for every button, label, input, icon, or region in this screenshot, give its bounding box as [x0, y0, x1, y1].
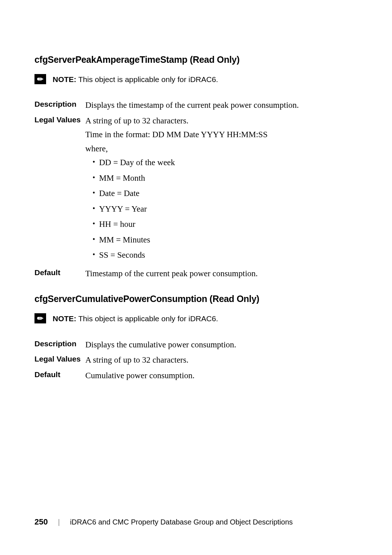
section1-default-row: Default Timestamp of the current peak po…: [34, 268, 358, 283]
section1-legalvalues-row: Legal Values A string of up to 32 charac…: [34, 115, 358, 268]
note-text: NOTE: This object is applicable only for…: [53, 74, 218, 85]
section2-default-row: Default Cumulative power consumption.: [34, 370, 358, 385]
section1-description-row: Description Displays the timestamp of th…: [34, 99, 358, 115]
legalvalues-value: A string of up to 32 characters. Time in…: [85, 115, 358, 268]
section2-note: ✎ NOTE: This object is applicable only f…: [34, 313, 358, 324]
default-value: Cumulative power consumption.: [85, 370, 358, 385]
note-body: This object is applicable only for iDRAC…: [76, 75, 218, 83]
note-label: NOTE:: [53, 314, 76, 323]
page-number: 250: [34, 517, 48, 527]
section2-table: Description Displays the cumulative powe…: [34, 339, 358, 385]
legalvalues-line1: A string of up to 32 characters.: [85, 115, 358, 127]
list-item: MM = Minutes: [93, 234, 358, 246]
legalvalues-label: Legal Values: [34, 115, 85, 268]
default-label: Default: [34, 268, 85, 283]
list-item: MM = Month: [93, 172, 358, 185]
list-item: DD = Day of the week: [93, 156, 358, 169]
page-footer: 250 | iDRAC6 and CMC Property Database G…: [34, 517, 358, 527]
section2: cfgServerCumulativePowerConsumption (Rea…: [34, 294, 358, 385]
footer-divider: |: [58, 518, 60, 526]
note-text: NOTE: This object is applicable only for…: [53, 313, 218, 324]
list-item: HH = hour: [93, 218, 358, 231]
list-item: Date = Date: [93, 187, 358, 200]
legalvalues-line2: Time in the format: DD MM Date YYYY HH:M…: [85, 128, 358, 141]
footer-title: iDRAC6 and CMC Property Database Group a…: [70, 518, 293, 526]
pencil-icon: ✎: [35, 74, 46, 85]
note-label: NOTE:: [53, 75, 76, 83]
pencil-icon: ✎: [35, 313, 46, 324]
legalvalues-line3: where,: [85, 143, 358, 155]
legalvalues-label: Legal Values: [34, 354, 85, 370]
legalvalues-list: DD = Day of the week MM = Month Date = D…: [85, 156, 358, 262]
note-icon: ✎: [34, 74, 46, 84]
section2-description-row: Description Displays the cumulative powe…: [34, 339, 358, 354]
description-label: Description: [34, 99, 85, 115]
description-value: Displays the cumulative power consumptio…: [85, 339, 358, 354]
list-item: YYYY = Year: [93, 203, 358, 216]
page-content: cfgServerPeakAmperageTimeStamp (Read Onl…: [0, 0, 392, 385]
section1-note: ✎ NOTE: This object is applicable only f…: [34, 74, 358, 85]
legalvalues-value: A string of up to 32 characters.: [85, 354, 358, 370]
default-value: Timestamp of the current peak power cons…: [85, 268, 358, 283]
section2-heading: cfgServerCumulativePowerConsumption (Rea…: [34, 294, 358, 304]
section2-legalvalues-row: Legal Values A string of up to 32 charac…: [34, 354, 358, 370]
section1-table: Description Displays the timestamp of th…: [34, 99, 358, 283]
description-value: Displays the timestamp of the current pe…: [85, 99, 358, 115]
list-item: SS = Seconds: [93, 249, 358, 262]
default-label: Default: [34, 370, 85, 385]
description-label: Description: [34, 339, 85, 354]
note-icon: ✎: [34, 313, 46, 323]
section1-heading: cfgServerPeakAmperageTimeStamp (Read Onl…: [34, 54, 358, 65]
note-body: This object is applicable only for iDRAC…: [76, 314, 218, 323]
